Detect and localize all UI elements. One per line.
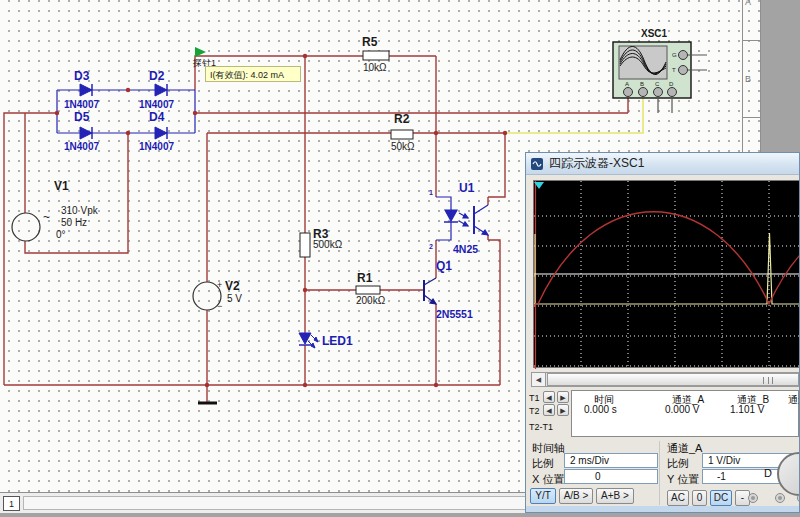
d2-value[interactable]: 1N4007 xyxy=(139,100,174,110)
u1-ref[interactable]: U1 xyxy=(459,182,474,194)
v1-value-1[interactable]: 310 Vpk xyxy=(61,206,98,216)
t1-right-button[interactable]: ▶ xyxy=(557,391,569,403)
channel-a-title: 通道_A xyxy=(667,441,702,456)
t2-left-button[interactable]: ◀ xyxy=(543,404,555,416)
d4-ref[interactable]: D4 xyxy=(149,111,164,123)
v1-ac-symbol: ~ xyxy=(43,211,50,223)
led1-symbol[interactable] xyxy=(299,333,318,348)
v1-value-3[interactable]: 0° xyxy=(56,230,66,240)
sheet-zone-tick xyxy=(742,117,761,118)
trace-channel-a xyxy=(535,212,800,304)
diode-d3[interactable] xyxy=(80,84,92,96)
window-icon xyxy=(530,157,544,171)
trace-channel-b xyxy=(534,233,800,304)
sheet-zone-tick xyxy=(742,40,761,41)
oscilloscope-titlebar[interactable]: 四踪示波器-XSC1 xyxy=(526,153,799,175)
scroll-grip-icon xyxy=(763,377,773,384)
diode-d5[interactable] xyxy=(80,127,92,139)
channel-a-scale-label: 比例 xyxy=(667,456,689,471)
junction-dots xyxy=(55,54,507,387)
scroll-left-button[interactable]: ◀ xyxy=(532,373,546,386)
cursor-t2-label: T2 xyxy=(529,406,540,416)
v1-source-symbol[interactable] xyxy=(12,213,40,241)
r2-symbol[interactable] xyxy=(391,130,413,139)
u1-value[interactable]: 4N25 xyxy=(453,244,478,255)
r3-value[interactable]: 500kΩ xyxy=(313,240,342,250)
probe-reading[interactable]: I(有效值): 4.02 mA xyxy=(205,66,301,82)
radio-indicator[interactable] xyxy=(775,493,785,503)
diode-d4[interactable] xyxy=(155,127,167,139)
cursor-t2t1-label: T2-T1 xyxy=(529,422,553,432)
v2-value[interactable]: 5 V xyxy=(227,294,242,304)
timebase-scale-label: 比例 xyxy=(532,456,554,471)
xsc1-terminal-b-label: B xyxy=(640,81,644,87)
ab-mode-button[interactable]: A/B > xyxy=(559,488,593,504)
r1-value[interactable]: 200kΩ xyxy=(356,296,385,306)
d2-ref[interactable]: D2 xyxy=(149,70,164,82)
timebase-title: 时间轴 xyxy=(532,441,565,456)
zero-coupling-button[interactable]: 0 xyxy=(692,490,707,506)
q1-transistor-symbol[interactable] xyxy=(424,278,436,304)
q1-ref[interactable]: Q1 xyxy=(436,260,452,272)
d3-ref[interactable]: D3 xyxy=(74,70,89,82)
scope-controls: 时间轴 比例 X 位置 Y/T A/B > A+B > 通道_A 比例 Y 位置… xyxy=(526,440,800,506)
multisim-app: D3 1N4007 D2 1N4007 D5 1N4007 D4 1N4007 … xyxy=(0,0,800,517)
r5-value[interactable]: 10kΩ xyxy=(363,63,387,73)
measurement-readout: 时间 通道_A 通道_B 通道_C 0.000 s 0.000 V 1.101 … xyxy=(571,390,799,437)
q1-value[interactable]: 2N5551 xyxy=(436,309,473,320)
r3-symbol[interactable] xyxy=(300,233,310,257)
d5-ref[interactable]: D5 xyxy=(74,111,89,123)
d5-value[interactable]: 1N4007 xyxy=(64,142,99,152)
oscilloscope-display xyxy=(533,180,800,368)
r5-ref[interactable]: R5 xyxy=(362,36,377,48)
yt-mode-button[interactable]: Y/T xyxy=(530,488,556,504)
display-grid xyxy=(534,181,800,369)
led1-ref[interactable]: LED1 xyxy=(322,335,353,347)
channel-dial-label: D xyxy=(764,467,772,479)
readout-channel-a-value: 0.000 V xyxy=(665,404,699,415)
timebase-scale-input[interactable] xyxy=(564,453,658,468)
v2-minus-sign: − xyxy=(217,302,222,311)
u1-optocoupler-symbol[interactable] xyxy=(436,197,488,240)
display-scrollbar[interactable]: ◀ xyxy=(531,372,799,387)
xsc1-terminal-d-label: D xyxy=(669,81,673,87)
apb-mode-button[interactable]: A+B > xyxy=(596,488,634,504)
d3-value[interactable]: 1N4007 xyxy=(64,100,99,110)
v2-ref[interactable]: V2 xyxy=(225,280,240,292)
xsc1-terminal-g-label: G xyxy=(672,52,677,58)
radio-indicator[interactable] xyxy=(748,493,758,503)
r1-symbol[interactable] xyxy=(356,286,380,294)
sheet-zone-b: B xyxy=(745,74,751,84)
wire-yellow[interactable] xyxy=(505,97,643,133)
xsc1-instrument-icon[interactable] xyxy=(613,42,707,113)
t2-right-button[interactable]: ▶ xyxy=(557,404,569,416)
sheet-zone-a: A xyxy=(745,0,751,7)
r1-ref[interactable]: R1 xyxy=(357,272,372,284)
xsc1-terminal-c-label: C xyxy=(655,81,659,87)
xsc1-terminal-t-label: T xyxy=(672,67,676,73)
readout-channel-b-value: 1.101 V xyxy=(730,404,764,415)
u1-pin1-label: 1 xyxy=(429,189,433,196)
controls-divider xyxy=(659,441,660,505)
oscilloscope-window: 四踪示波器-XSC1 ◀ T1 ◀ ▶ xyxy=(525,152,800,513)
xsc1-terminal-a-label: A xyxy=(625,81,629,87)
r2-value[interactable]: 50kΩ xyxy=(391,142,415,152)
diode-d2[interactable] xyxy=(155,84,167,96)
ac-coupling-button[interactable]: AC xyxy=(667,490,689,506)
cursor-panel: T1 ◀ ▶ T2 ◀ ▶ T2-T1 xyxy=(529,391,570,438)
workspace-background xyxy=(0,513,800,517)
scroll-thumb[interactable] xyxy=(547,373,799,386)
window-title: 四踪示波器-XSC1 xyxy=(549,155,644,172)
d4-value[interactable]: 1N4007 xyxy=(139,142,174,152)
dc-coupling-button[interactable]: DC xyxy=(710,490,732,506)
r5-symbol[interactable] xyxy=(363,51,389,60)
t1-left-button[interactable]: ◀ xyxy=(543,391,555,403)
readout-time-value: 0.000 s xyxy=(584,404,617,415)
page-tab[interactable]: 1 xyxy=(3,496,20,511)
r2-ref[interactable]: R2 xyxy=(394,113,409,125)
cursor-t1-label: T1 xyxy=(529,393,540,403)
timebase-xpos-input[interactable] xyxy=(564,469,658,484)
v1-value-2[interactable]: 50 Hz xyxy=(61,218,87,228)
xsc1-ref[interactable]: XSC1 xyxy=(641,29,667,39)
v1-ref[interactable]: V1 xyxy=(54,180,69,192)
